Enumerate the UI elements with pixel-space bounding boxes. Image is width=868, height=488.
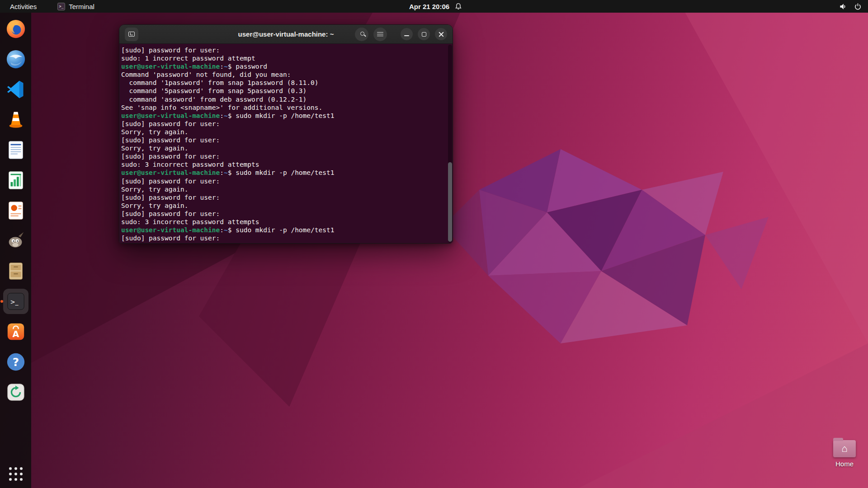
dock-item-libreoffice-writer[interactable] — [3, 137, 28, 163]
prompt-colon: : — [220, 169, 224, 176]
svg-text:>_: >_ — [10, 299, 18, 305]
home-folder-icon: ⌂ — [833, 440, 856, 457]
terminal-line: sudo: 1 incorrect password attempt — [121, 54, 446, 62]
search-button[interactable] — [355, 28, 368, 41]
grid-dot — [14, 473, 17, 475]
command-text: password — [236, 63, 267, 70]
terminal-window: user@user-virtual-machine: ~ [sudo] pass… — [119, 24, 453, 244]
terminal-line: Sorry, try again. — [121, 185, 446, 193]
terminal-line: [sudo] password for user: — [121, 120, 446, 128]
terminal-line: [sudo] password for user: — [121, 210, 446, 218]
dock-item-gimp[interactable] — [3, 228, 28, 253]
grid-dot — [20, 478, 23, 481]
menu-button[interactable] — [373, 28, 387, 41]
prompt-colon: : — [220, 112, 224, 119]
terminal-line: [sudo] password for user: — [121, 234, 446, 242]
firefox-icon — [5, 19, 26, 39]
clock-menu[interactable]: Apr 21 20:06 — [409, 0, 462, 13]
notification-bell-icon — [455, 3, 462, 10]
activities-label: Activities — [10, 3, 37, 10]
terminal-line: [sudo] password for user: — [121, 46, 446, 54]
libreoffice-writer-icon — [5, 140, 26, 160]
terminal-prompt-line: user@user-virtual-machine:~$ sudo mkdir … — [121, 112, 446, 120]
dock-item-files[interactable] — [3, 258, 28, 284]
terminal-icon: >_ — [5, 291, 26, 312]
terminal-prompt-line: user@user-virtual-machine:~$ sudo mkdir … — [121, 169, 446, 177]
system-status-menu[interactable] — [839, 0, 868, 13]
search-icon — [360, 32, 364, 36]
prompt-path: ~ — [224, 226, 228, 234]
prompt-user: user@user-virtual-machine — [121, 226, 220, 234]
svg-text:?: ? — [12, 356, 19, 369]
grid-dot — [9, 473, 12, 475]
terminal-line: [sudo] password for user: — [121, 136, 446, 144]
minimize-icon — [404, 35, 409, 36]
dock: >_ A ? — [0, 13, 31, 488]
close-button[interactable] — [435, 28, 447, 40]
terminal-prompt-line: user@user-virtual-machine:~$ sudo mkdir … — [121, 226, 446, 234]
terminal-line: See 'snap info <snapname>' for additiona… — [121, 103, 446, 112]
prompt-user: user@user-virtual-machine — [121, 63, 220, 70]
terminal-mini-icon: >_ — [57, 3, 65, 10]
scrollbar-thumb[interactable] — [448, 162, 452, 242]
grid-dot — [9, 478, 12, 481]
grid-dot — [14, 467, 17, 470]
minimize-button[interactable] — [401, 28, 413, 40]
dock-item-libreoffice-impress[interactable] — [3, 198, 28, 223]
focused-app-label: Terminal — [69, 3, 94, 10]
grid-dot — [20, 473, 23, 475]
dock-item-libreoffice-calc[interactable] — [3, 168, 28, 193]
grid-dot — [20, 467, 23, 470]
terminal-line: Command 'password' not found, did you me… — [121, 70, 446, 79]
dock-item-thunderbird[interactable] — [3, 47, 28, 72]
close-icon — [439, 32, 444, 37]
terminal-output[interactable]: [sudo] password for user: sudo: 1 incorr… — [119, 44, 453, 244]
home-label: Home — [828, 460, 861, 468]
terminal-line: [sudo] password for user: — [121, 193, 446, 202]
volume-icon — [839, 3, 847, 10]
desktop-home-shortcut[interactable]: ⌂ Home — [828, 440, 861, 468]
terminal-header-bar[interactable]: user@user-virtual-machine: ~ — [119, 25, 453, 44]
command-text: sudo mkdir -p /home/test1 — [236, 169, 334, 176]
dock-item-terminal[interactable]: >_ — [3, 289, 28, 314]
focused-app-menu[interactable]: >_ Terminal — [55, 0, 97, 13]
command-text: sudo mkdir -p /home/test1 — [236, 112, 334, 119]
terminal-line: sudo: 3 incorrect password attempts — [121, 160, 446, 169]
terminal-line: [sudo] password for user: — [121, 152, 446, 160]
prompt-colon: : — [220, 63, 224, 70]
libreoffice-impress-icon — [5, 200, 26, 221]
vlc-icon — [5, 109, 26, 130]
dock-item-ubuntu-software[interactable]: A — [3, 319, 28, 344]
dock-item-firefox[interactable] — [3, 16, 28, 42]
prompt-dollar: $ — [228, 112, 236, 119]
terminal-line: command '5password' from snap 5password … — [121, 87, 446, 95]
new-tab-button[interactable] — [125, 28, 138, 41]
terminal-line: Sorry, try again. — [121, 144, 446, 152]
terminal-line: command 'assword' from deb assword (0.12… — [121, 95, 446, 103]
dock-item-vscode[interactable] — [3, 77, 28, 102]
prompt-user: user@user-virtual-machine — [121, 112, 220, 119]
prompt-dollar: $ — [228, 63, 236, 70]
maximize-icon — [422, 32, 426, 37]
svg-text:A: A — [12, 329, 19, 339]
terminal-line: [sudo] password for user: — [121, 177, 446, 185]
gimp-icon — [5, 230, 26, 251]
dock-item-help[interactable]: ? — [3, 349, 28, 375]
terminal-line: command '1password' from snap 1password … — [121, 79, 446, 87]
libreoffice-calc-icon — [5, 170, 26, 191]
terminal-line: Sorry, try again. — [121, 128, 446, 136]
dock-item-software-updater[interactable] — [3, 380, 28, 405]
prompt-path: ~ — [224, 112, 228, 119]
command-text: sudo mkdir -p /home/test1 — [236, 226, 334, 234]
grid-dot — [14, 478, 17, 481]
activities-button[interactable]: Activities — [7, 0, 39, 13]
vscode-icon — [5, 79, 26, 100]
maximize-button[interactable] — [418, 28, 430, 40]
show-applications-button[interactable] — [9, 467, 23, 481]
terminal-prompt-line: user@user-virtual-machine:~$ password — [121, 62, 446, 70]
grid-dot — [9, 467, 12, 470]
dock-item-vlc[interactable] — [3, 107, 28, 132]
terminal-line: sudo: 3 incorrect password attempts — [121, 218, 446, 226]
help-icon: ? — [5, 352, 26, 372]
prompt-dollar: $ — [228, 226, 236, 234]
